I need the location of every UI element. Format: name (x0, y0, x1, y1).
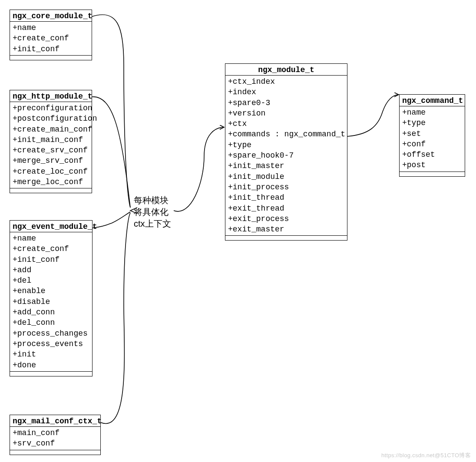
class-attributes: +ctx_index +index +spare0-3 +version +ct… (225, 76, 347, 236)
watermark: https://blog.csdn.net@51CTO博客 (381, 452, 471, 459)
class-ngx-module-t: ngx_module_t +ctx_index +index +spare0-3… (225, 63, 347, 241)
class-operations-empty (10, 372, 92, 376)
relation-label: 每种模块 将具体化 ctx上下文 (134, 195, 171, 230)
class-attributes: +name +create_conf +init_conf +add +del … (10, 232, 92, 372)
attr: +conf (402, 139, 462, 149)
attr: +create_conf (13, 244, 89, 254)
attr: +name (13, 23, 89, 33)
class-ngx-mail-conf-ctx-t: ngx_mail_conf_ctx_t +main_conf +srv_conf (10, 415, 101, 455)
attr: +done (13, 360, 89, 370)
attr: +spare_hook0-7 (228, 150, 344, 161)
class-title: ngx_event_module_t (10, 221, 92, 232)
attr: +init_process (228, 182, 344, 192)
attr: +init_module (228, 172, 344, 182)
attr: +merge_srv_conf (13, 155, 89, 166)
attr: +add (13, 265, 89, 275)
attr: +spare0-3 (228, 98, 344, 108)
attr: +create_conf (13, 33, 89, 43)
class-operations-empty (225, 236, 347, 240)
attr: +type (228, 140, 344, 150)
attr: +add_conn (13, 307, 89, 317)
attr: +srv_conf (13, 438, 98, 449)
class-title: ngx_module_t (225, 64, 347, 76)
class-ngx-http-module-t: ngx_http_module_t +preconfiguration +pos… (10, 90, 92, 193)
class-operations-empty (10, 188, 92, 193)
attr: +index (228, 87, 344, 97)
attr: +del_conn (13, 317, 89, 328)
class-title: ngx_core_module_t (10, 10, 92, 22)
class-ngx-event-module-t: ngx_event_module_t +name +create_conf +i… (10, 220, 93, 376)
attr: +init_thread (228, 192, 344, 203)
class-operations-empty (10, 56, 92, 60)
attr: +disable (13, 297, 89, 307)
attr: +create_main_conf (13, 124, 89, 135)
attr-commands: +commands : ngx_command_t (228, 129, 344, 139)
attr: +init_conf (13, 254, 89, 265)
attr: +name (13, 233, 89, 244)
attr: +process_events (13, 339, 89, 349)
class-ngx-command-t: ngx_command_t +name +type +set +conf +of… (399, 94, 465, 177)
attr: +set (402, 129, 462, 139)
attr: +preconfiguration (13, 103, 89, 113)
class-title: ngx_command_t (400, 95, 465, 106)
class-title: ngx_mail_conf_ctx_t (10, 415, 100, 427)
attr: +exit_master (228, 224, 344, 234)
class-attributes: +preconfiguration +postconfiguration +cr… (10, 102, 92, 188)
attr: +init_conf (13, 44, 89, 54)
attr: +main_conf (13, 428, 98, 438)
relation-label-line2: 将具体化 (134, 206, 171, 218)
attr: +init_master (228, 161, 344, 171)
attr: +init (13, 349, 89, 360)
relation-label-line3: ctx上下文 (134, 218, 171, 230)
attr: +process_changes (13, 328, 89, 339)
relation-label-line1: 每种模块 (134, 195, 171, 206)
attr-ctx: +ctx (228, 119, 344, 129)
class-ngx-core-module-t: ngx_core_module_t +name +create_conf +in… (10, 10, 92, 60)
attr: +offset (402, 149, 462, 160)
attr: +merge_loc_conf (13, 177, 89, 187)
attr: +exit_thread (228, 203, 344, 214)
attr: +exit_process (228, 214, 344, 224)
class-operations-empty (10, 450, 100, 455)
attr: +del (13, 275, 89, 286)
class-attributes: +main_conf +srv_conf (10, 427, 100, 450)
class-attributes: +name +type +set +conf +offset +post (400, 106, 465, 172)
attr: +create_loc_conf (13, 166, 89, 177)
class-title: ngx_http_module_t (10, 90, 92, 102)
attr: +init_main_conf (13, 135, 89, 145)
class-operations-empty (400, 172, 465, 176)
attr: +enable (13, 286, 89, 296)
class-attributes: +name +create_conf +init_conf (10, 22, 92, 56)
attr: +version (228, 108, 344, 119)
attr: +ctx_index (228, 76, 344, 87)
attr: +postconfiguration (13, 113, 89, 124)
attr: +post (402, 160, 462, 170)
diagram-stage: ngx_core_module_t +name +create_conf +in… (0, 0, 476, 462)
attr: +type (402, 118, 462, 128)
attr: +name (402, 107, 462, 118)
attr: +create_srv_conf (13, 145, 89, 155)
